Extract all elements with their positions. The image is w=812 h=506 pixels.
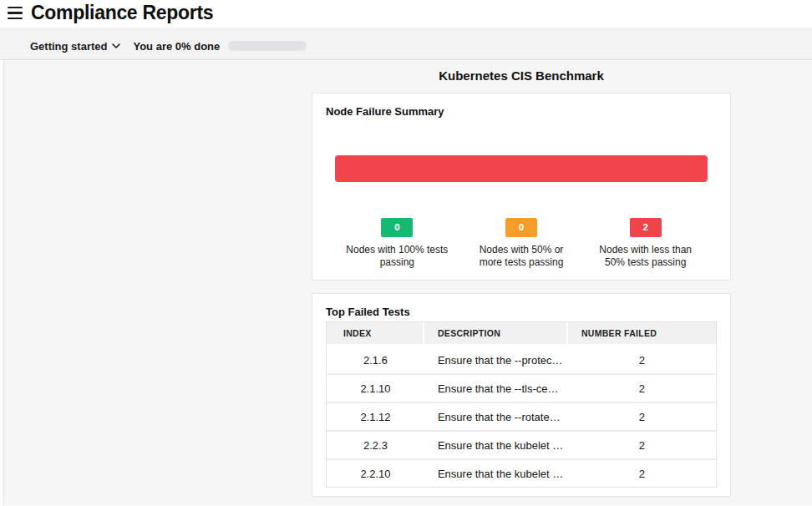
cell-number-failed: 2 [568, 458, 716, 487]
stat-badge-red: 2 [630, 218, 662, 237]
stat-badge-green: 0 [381, 218, 413, 237]
stat-nodes-less-50-passing: 2 Nodes with less than 50% tests passing [583, 218, 708, 269]
top-failed-tests-table: INDEX DESCRIPTION NUMBER FAILED 2.1.6 En… [326, 321, 717, 488]
stat-nodes-100-passing: 0 Nodes with 100% tests passing [335, 218, 459, 269]
table-row: 2.2.10 Ensure that the kubelet … 2 [327, 458, 716, 487]
progress-text: You are 0% done [133, 40, 220, 53]
column-header-description: DESCRIPTION [424, 322, 568, 347]
cell-index: 2.2.3 [327, 430, 424, 458]
cell-description: Ensure that the kubelet … [424, 430, 568, 458]
cell-index: 2.1.10 [327, 373, 424, 402]
table-row: 2.1.12 Ensure that the --rotate… 2 [327, 402, 716, 430]
stat-badge-orange: 0 [505, 218, 537, 237]
progress-bar [228, 41, 307, 51]
cell-number-failed: 2 [568, 373, 716, 402]
chevron-down-icon [112, 43, 120, 48]
column-header-index: INDEX [327, 322, 424, 347]
stat-nodes-50-passing: 0 Nodes with 50% or more tests passing [459, 218, 584, 269]
node-failure-chart [335, 155, 708, 182]
page-title: Compliance Reports [31, 2, 213, 24]
getting-started-bar: Getting started You are 0% done [0, 28, 812, 60]
report-column: Kubernetes CIS Benchmark Node Failure Su… [312, 60, 731, 497]
cell-index: 2.1.12 [327, 402, 424, 430]
node-failure-summary-card: Node Failure Summary 0 Nodes with 100% t… [312, 93, 731, 281]
cell-description: Ensure that the --protec… [424, 347, 568, 373]
cell-number-failed: 2 [568, 430, 716, 458]
table-row: 2.1.6 Ensure that the --protec… 2 [327, 347, 716, 373]
cell-index: 2.2.10 [327, 458, 424, 487]
getting-started-label: Getting started [30, 40, 107, 53]
column-header-number-failed: NUMBER FAILED [568, 322, 716, 347]
top-failed-tests-title: Top Failed Tests [326, 306, 717, 319]
failing-nodes-bar [335, 155, 708, 182]
report-title: Kubernetes CIS Benchmark [312, 60, 731, 83]
node-failure-summary-title: Node Failure Summary [326, 105, 717, 119]
cell-description: Ensure that the kubelet … [424, 458, 568, 487]
app-header: Compliance Reports [0, 0, 812, 28]
table-header-row: INDEX DESCRIPTION NUMBER FAILED [327, 322, 716, 347]
table-row: 2.2.3 Ensure that the kubelet … 2 [327, 430, 716, 458]
main-content: Kubernetes CIS Benchmark Node Failure Su… [3, 60, 812, 505]
stat-label: Nodes with 100% tests passing [343, 244, 450, 269]
table-row: 2.1.10 Ensure that the --tls-ce… 2 [327, 373, 716, 402]
cell-description: Ensure that the --rotate… [424, 402, 568, 430]
stat-label: Nodes with 50% or more tests passing [475, 244, 568, 269]
cell-description: Ensure that the --tls-ce… [424, 373, 568, 402]
getting-started-dropdown[interactable]: Getting started [30, 40, 120, 53]
menu-icon[interactable] [8, 7, 23, 19]
node-stats-row: 0 Nodes with 100% tests passing 0 Nodes … [335, 218, 708, 269]
cell-number-failed: 2 [568, 347, 716, 373]
cell-index: 2.1.6 [327, 347, 424, 373]
cell-number-failed: 2 [568, 402, 716, 430]
stat-label: Nodes with less than 50% tests passing [596, 244, 696, 269]
top-failed-tests-card: Top Failed Tests INDEX DESCRIPTION NUMBE… [312, 293, 731, 497]
